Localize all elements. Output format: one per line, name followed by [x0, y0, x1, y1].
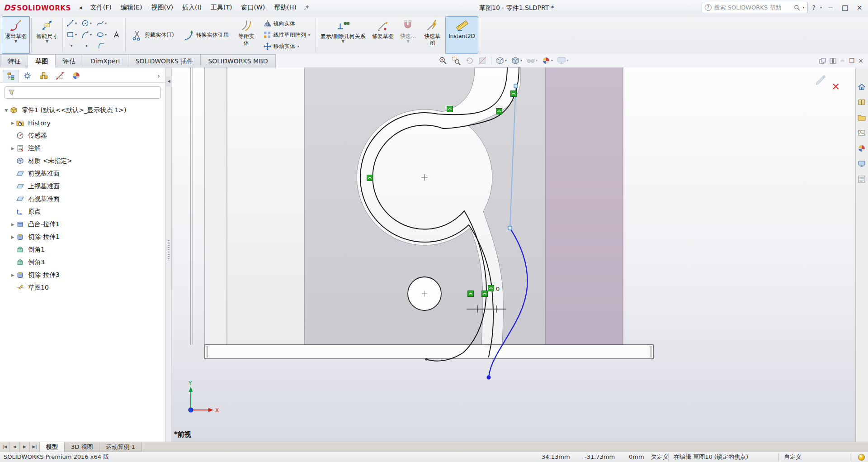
relation-badge[interactable]	[496, 109, 502, 114]
tree-item-material[interactable]: 材质 <未指定>	[0, 155, 165, 167]
menu-help[interactable]: 帮助(H)	[269, 1, 301, 14]
move-entities-caret-icon[interactable]: ▾	[297, 45, 299, 48]
tab-solidworks-addins[interactable]: SOLIDWORKS 插件	[128, 54, 201, 67]
arc-caret-icon[interactable]: ▾	[90, 33, 92, 37]
design-library-icon[interactable]	[858, 98, 867, 107]
line-tool-button[interactable]: ▾	[64, 18, 79, 29]
previous-view-button[interactable]	[463, 55, 475, 66]
spline-handle[interactable]	[514, 84, 518, 88]
fillet-tool-button[interactable]	[94, 40, 109, 52]
circle-caret-icon[interactable]: ▾	[90, 22, 92, 25]
edit-appearance-caret-icon[interactable]: ▾	[551, 59, 553, 62]
expand-icon[interactable]: ▶	[9, 222, 16, 227]
first-tab-icon[interactable]: |◀	[0, 442, 10, 452]
exit-sketch-caret-icon[interactable]: ▼	[14, 40, 17, 43]
tree-item-sketch10[interactable]: 草图10	[0, 281, 165, 294]
displaymanager-tab[interactable]	[68, 70, 84, 82]
relation-badge[interactable]	[468, 291, 474, 297]
display-relations-caret-icon[interactable]: ▼	[342, 40, 344, 43]
linear-pattern-caret-icon[interactable]: ▾	[308, 33, 310, 37]
spline-caret-icon[interactable]: ▾	[105, 22, 107, 25]
hide-show-caret-icon[interactable]: ▾	[536, 59, 538, 62]
display-style-caret-icon[interactable]: ▾	[520, 59, 522, 62]
tree-item-annotations[interactable]: ▶ 注解	[0, 142, 165, 155]
file-explorer-icon[interactable]	[858, 114, 867, 123]
apply-scene-button[interactable]: ▾	[556, 55, 570, 66]
menu-view[interactable]: 视图(V)	[146, 1, 178, 14]
tab-evaluate[interactable]: 评估	[56, 54, 83, 67]
scenes-icon[interactable]	[858, 160, 867, 169]
panel-collapse-icon[interactable]: ◀	[166, 76, 172, 86]
instant2d-button[interactable]: Instant2D	[445, 16, 478, 54]
expand-icon[interactable]: ▶	[9, 146, 16, 151]
line-caret-icon[interactable]: ▾	[75, 22, 77, 25]
tree-item-front-plane[interactable]: 前视基准面	[0, 167, 165, 180]
menu-file[interactable]: 文件(F)	[86, 1, 116, 14]
offset-entities-button[interactable]: 等距实体	[233, 16, 259, 54]
edit-appearance-button[interactable]: ▾	[540, 55, 554, 66]
section-view-button[interactable]	[476, 55, 488, 66]
relation-badge[interactable]	[488, 286, 494, 291]
view-orientation-button[interactable]: ▾	[494, 55, 508, 66]
search-scope-caret-icon[interactable]: ▾	[803, 6, 805, 10]
pin-menu-icon[interactable]	[304, 5, 310, 10]
menu-window[interactable]: 窗口(W)	[237, 1, 270, 14]
zoom-area-button[interactable]	[450, 55, 462, 66]
tab-sketch[interactable]: 草图	[28, 54, 56, 67]
linear-sketch-pattern-button[interactable]: 线性草图阵列 ▾	[261, 30, 312, 40]
panel-splitter[interactable]: ◀	[166, 67, 172, 442]
zoom-fit-button[interactable]	[437, 55, 449, 66]
appearances-icon[interactable]	[858, 144, 867, 153]
doc-minimize-button[interactable]: −	[840, 56, 845, 66]
point-tool-button[interactable]	[79, 40, 94, 52]
rectangle-tool-button[interactable]: ▾	[64, 29, 79, 40]
tab-dimxpert[interactable]: DimXpert	[83, 54, 128, 67]
quick-tips-icon[interactable]	[858, 454, 865, 461]
view-palette-icon[interactable]	[858, 129, 867, 138]
tree-item-right-plane[interactable]: 右视基准面	[0, 193, 165, 205]
tree-filter-input[interactable]	[18, 89, 157, 96]
help-caret-icon[interactable]: ▾	[820, 6, 822, 10]
root-expand-icon[interactable]: ▼	[3, 108, 10, 113]
menu-edit[interactable]: 编辑(E)	[116, 1, 147, 14]
view-orientation-caret-icon[interactable]: ▾	[505, 59, 507, 62]
smart-dimension-caret-icon[interactable]: ▼	[46, 40, 48, 43]
help-search-box[interactable]: ? 搜索 SOLIDWORKS 帮助 ▾	[702, 2, 808, 13]
part-face-purple[interactable]	[545, 67, 623, 345]
display-style-button[interactable]: ▾	[509, 55, 524, 66]
convert-entities-button[interactable]: 转换实体引用	[179, 16, 233, 54]
tab-3d-views[interactable]: 3D 视图	[65, 442, 99, 452]
tree-item-origin[interactable]: 原点	[0, 205, 165, 218]
bottom-strip-face[interactable]	[205, 345, 653, 359]
mirror-entities-button[interactable]: 镜向实体	[261, 19, 312, 29]
confirmation-corner-sketch-icon[interactable]	[815, 73, 826, 85]
expand-icon[interactable]: ▶	[9, 273, 16, 277]
propertymanager-tab[interactable]	[19, 70, 35, 82]
menu-collapse-icon[interactable]: ◀	[79, 5, 82, 10]
part-face-left[interactable]	[205, 67, 227, 345]
custom-properties-icon[interactable]	[858, 175, 867, 184]
tab-solidworks-mbd[interactable]: SOLIDWORKS MBD	[201, 54, 275, 67]
hide-show-items-button[interactable]: ▾	[525, 55, 539, 66]
doc-close-button[interactable]: ×	[858, 56, 863, 66]
splitter-grip[interactable]	[168, 240, 170, 261]
custom-toolbar-label[interactable]: 自定义	[784, 452, 802, 462]
smart-dimension-button[interactable]: 智能尺寸 ▼	[33, 16, 61, 54]
tree-item-cut-extrude1[interactable]: ▶ 切除-拉伸1	[0, 231, 165, 243]
repair-sketch-button[interactable]: 修复草图	[369, 16, 397, 54]
relation-badge[interactable]	[482, 291, 488, 297]
rapid-sketch-button[interactable]: 快速草图	[419, 16, 445, 54]
last-tab-icon[interactable]: ▶|	[30, 442, 40, 452]
relation-badge[interactable]	[511, 91, 517, 97]
previous-tab-icon[interactable]: ◀	[10, 442, 20, 452]
tile-windows-icon[interactable]	[830, 58, 836, 64]
spline-endpoint[interactable]	[487, 376, 491, 380]
tree-item-sensors[interactable]: 传感器	[0, 129, 165, 142]
close-button[interactable]: ×	[854, 2, 865, 13]
next-tab-icon[interactable]: ▶	[20, 442, 30, 452]
graphics-viewport[interactable]: 0 Y X *前视 ✕	[172, 67, 855, 442]
tree-root-part[interactable]: ▼ 零件1 (默认<<默认>_显示状态 1>)	[0, 104, 165, 117]
featuremanager-tab[interactable]	[3, 70, 19, 82]
menu-insert[interactable]: 插入(I)	[178, 1, 206, 14]
display-delete-relations-button[interactable]: 显示/删除几何关系 ▼	[317, 16, 369, 54]
